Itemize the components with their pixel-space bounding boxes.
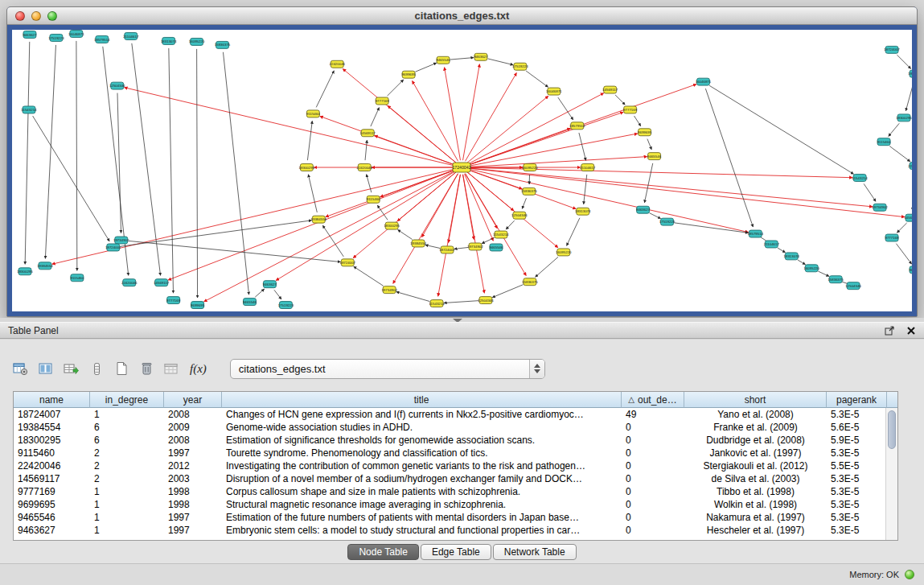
- column-header-title[interactable]: title: [222, 392, 622, 408]
- network-node[interactable]: 9115460: [306, 110, 320, 117]
- table-row[interactable]: 1830029562008Estimation of significance …: [14, 434, 897, 447]
- table-row[interactable]: 1456911722003Disruption of a novel membe…: [14, 472, 897, 485]
- table-row[interactable]: 1872400712008Changes of HCN gene express…: [14, 408, 897, 421]
- network-node[interactable]: 9777169: [376, 97, 390, 105]
- network-node[interactable]: 19734902: [381, 286, 397, 294]
- network-node[interactable]: 16046871: [546, 88, 562, 95]
- table-row[interactable]: 1938455462009Genome-wide association stu…: [14, 421, 897, 434]
- network-node[interactable]: 18300295: [384, 222, 400, 229]
- network-node[interactable]: 18313074: [161, 37, 177, 44]
- network-node[interactable]: 12504346: [478, 297, 494, 304]
- network-node[interactable]: 14569117: [360, 130, 376, 137]
- network-node[interactable]: 19734902: [113, 237, 129, 244]
- network-node[interactable]: 19384554: [311, 216, 327, 223]
- network-node[interactable]: 19734902: [467, 243, 483, 250]
- network-node[interactable]: 14569117: [602, 86, 618, 93]
- delete-icon[interactable]: [139, 360, 154, 377]
- table-selector[interactable]: citations_edges.txt: [230, 359, 545, 379]
- table-row[interactable]: 977716911998Corpus callosum shape and si…: [14, 485, 897, 498]
- column-header-pagerank[interactable]: pagerank: [827, 392, 887, 408]
- network-node[interactable]: 9463627: [636, 206, 651, 213]
- network-node[interactable]: 12504346: [845, 282, 861, 290]
- window-titlebar[interactable]: citations_edges.txt: [7, 7, 917, 25]
- network-node[interactable]: 18724007: [439, 246, 455, 253]
- tab-edge-table[interactable]: Edge Table: [421, 544, 491, 560]
- network-node[interactable]: 22420046: [121, 279, 138, 286]
- network-node[interactable]: 15836375: [215, 41, 231, 48]
- network-node[interactable]: 9777169: [166, 297, 181, 304]
- close-panel-icon[interactable]: [906, 326, 916, 336]
- network-node[interactable]: 9463627: [23, 31, 37, 38]
- row-tools-icon[interactable]: [89, 360, 104, 377]
- vertical-scrollbar[interactable]: [885, 408, 897, 540]
- network-node[interactable]: 17240042: [452, 163, 470, 172]
- network-node[interactable]: 11543214: [852, 174, 869, 181]
- column-header-year[interactable]: year: [164, 392, 222, 408]
- network-node[interactable]: 17519223: [48, 34, 64, 41]
- network-node[interactable]: 18300295: [299, 164, 315, 171]
- network-node[interactable]: 9699695: [909, 266, 912, 274]
- network-node[interactable]: 18313074: [575, 208, 591, 215]
- network-node[interactable]: 21104617: [764, 241, 780, 248]
- network-node[interactable]: 15836375: [521, 187, 537, 195]
- network-node[interactable]: 18579514: [748, 230, 764, 237]
- network-node[interactable]: 16095220: [189, 38, 205, 45]
- edit-table-icon[interactable]: [64, 360, 79, 377]
- table-row[interactable]: 2242004622012Investigating the contribut…: [14, 459, 897, 472]
- network-node[interactable]: 9115460: [70, 274, 84, 282]
- network-node[interactable]: 22420046: [356, 164, 372, 171]
- network-node[interactable]: 12504346: [511, 212, 528, 219]
- network-node[interactable]: 17519223: [659, 218, 676, 225]
- network-node[interactable]: 21104617: [123, 32, 139, 39]
- network-node[interactable]: 9463627: [474, 53, 488, 60]
- float-panel-icon[interactable]: [885, 325, 895, 336]
- network-node[interactable]: 18313074: [784, 253, 800, 260]
- table-row[interactable]: 946554611997Estimation of the future num…: [14, 511, 897, 524]
- network-node[interactable]: 9699695: [638, 129, 652, 136]
- network-node[interactable]: 9465546: [437, 56, 451, 64]
- network-node[interactable]: 17519223: [512, 63, 528, 70]
- import-table-icon[interactable]: [164, 360, 179, 377]
- network-node[interactable]: 15836375: [522, 278, 538, 286]
- network-node[interactable]: 9463627: [263, 281, 277, 288]
- select-columns-icon[interactable]: [39, 360, 53, 377]
- table-row[interactable]: 911546021997Tourette syndrome. Phenomeno…: [14, 447, 897, 459]
- network-node[interactable]: 9777169: [623, 106, 638, 113]
- network-node[interactable]: 19384554: [37, 262, 53, 270]
- network-node[interactable]: 18579514: [94, 35, 110, 43]
- network-canvas[interactable]: 1724004216095220158363751250434611543214…: [12, 30, 912, 311]
- table-row[interactable]: 946362711997Embryonic stem cells: a mode…: [14, 524, 897, 537]
- column-header-name[interactable]: name: [14, 392, 90, 408]
- zoom-window-button[interactable]: [47, 11, 57, 21]
- network-node[interactable]: 14569117: [904, 214, 912, 221]
- close-window-button[interactable]: [15, 11, 25, 21]
- network-node[interactable]: 9777169: [885, 234, 900, 241]
- network-node[interactable]: 18300295: [896, 114, 912, 122]
- table-settings-icon[interactable]: [13, 360, 28, 377]
- network-node[interactable]: 17519223: [278, 302, 294, 309]
- tab-node-table[interactable]: Node Table: [347, 544, 419, 560]
- network-node[interactable]: 22420046: [908, 163, 912, 170]
- network-node[interactable]: 22420046: [330, 60, 346, 68]
- network-node[interactable]: 19734902: [872, 204, 888, 211]
- network-node[interactable]: 19384554: [410, 240, 426, 247]
- function-builder-icon[interactable]: f(x): [190, 360, 207, 377]
- network-node[interactable]: 18300295: [17, 268, 33, 275]
- network-node[interactable]: 9699695: [191, 302, 205, 309]
- new-document-icon[interactable]: [114, 360, 129, 377]
- network-node[interactable]: 9115460: [367, 196, 380, 203]
- minimize-window-button[interactable]: [31, 11, 41, 21]
- network-node[interactable]: 16046871: [68, 30, 84, 37]
- network-node[interactable]: 14569117: [154, 279, 170, 286]
- network-node[interactable]: 9465546: [243, 299, 257, 306]
- network-node[interactable]: 16046871: [696, 78, 712, 85]
- tab-network-table[interactable]: Network Table: [493, 544, 577, 560]
- network-node[interactable]: 18724007: [105, 244, 121, 251]
- scrollbar-thumb[interactable]: [888, 410, 896, 449]
- network-node[interactable]: 9699695: [402, 71, 417, 78]
- network-node[interactable]: 21104617: [580, 164, 596, 171]
- network-node[interactable]: 16095220: [803, 265, 819, 272]
- network-node[interactable]: 19384554: [908, 70, 912, 77]
- network-node[interactable]: 18724007: [340, 259, 356, 266]
- network-node[interactable]: 11543214: [493, 231, 509, 238]
